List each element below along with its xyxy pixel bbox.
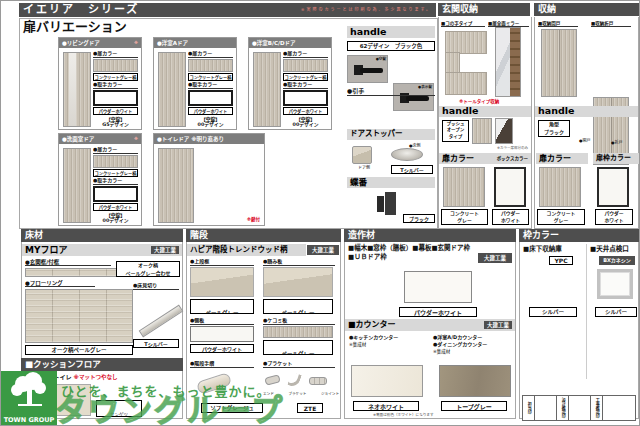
lever-arm <box>406 96 429 101</box>
push-open-image-1 <box>472 118 492 144</box>
door-color-name: コンクリートグレー柄 <box>283 73 328 81</box>
handle-section-title: handle <box>350 27 386 38</box>
door-card-room-bcd: ●洋室B/C/Dドア ●扉カラー コンクリートグレー柄 ●取手カラー パウダーホ… <box>248 37 332 130</box>
door-image <box>158 52 186 127</box>
flooring-title: 床材 <box>25 230 43 240</box>
millwork-header: 造作材 <box>344 229 516 242</box>
door-color-label: ●扉カラー <box>93 147 138 154</box>
handle-color-name: パウダーホワイト <box>93 107 138 115</box>
stairs-top-frame-swatch <box>190 267 254 297</box>
door-card-header: ●洗面室ドア※ <box>59 134 141 144</box>
door-card-title: ●トイレドア ※明り窓あり <box>157 136 224 142</box>
handle-color-label: ●取手カラー <box>93 82 138 89</box>
millwork-title: 造作材 <box>348 230 375 240</box>
pull-handle-label: ●引手 <box>347 88 435 96</box>
door-image <box>253 52 281 127</box>
stamp-col-blank <box>535 395 557 421</box>
badge-line3: タイプ <box>449 134 463 139</box>
entrance-door-color-title: 扉カラー <box>442 154 474 163</box>
hinge-bar: 蝶番 <box>347 177 435 188</box>
storage-color-name-2: パウダーホワイト <box>595 209 633 225</box>
stairs-top-frame-label: ●上段框 <box>190 259 254 266</box>
entrance-storage-title: 玄関収納 <box>442 4 478 14</box>
door-color-label: ●扉カラー <box>93 51 138 58</box>
myfloor-bar: MYフロア 大建工業 <box>22 244 182 256</box>
handle-color-label: ●取手カラー <box>93 178 138 185</box>
color-line1: パウダー <box>604 211 623 216</box>
color-line2: グレー <box>554 218 568 223</box>
flooring-color-name: オーク柄ペールグレー <box>25 345 133 355</box>
door-card-toilet: ●トイレドア ※明り窓あり ※鍵付 <box>153 133 265 226</box>
stamp-col-label: 工事確認印 <box>591 395 603 421</box>
door-stopper-color: Tシルバー <box>391 165 433 174</box>
door-color-name: コンクリートグレー柄 <box>93 73 138 81</box>
badge-line1: プッシュ <box>447 121 465 126</box>
entrance-door-color-bar: 扉カラー ボックスカラー <box>439 153 531 164</box>
ceiling-access-badge: BXカネシン <box>599 256 635 265</box>
hinge-image <box>377 192 397 216</box>
door-card-note: ※ <box>134 41 138 46</box>
hinge-plate-left <box>377 196 384 212</box>
door-stopper-floor-image <box>391 148 423 161</box>
entrance-type1-label: ■コの字タイプ <box>441 21 485 27</box>
storage-handle-title: handle <box>538 106 574 117</box>
stairs-side-board-swatch <box>190 326 254 342</box>
entrance-color-name-1: コンクリートグレー <box>441 209 488 225</box>
kitchen-counter-note: ※集成材 <box>349 342 366 347</box>
cushion-floor-title: ■クッションフロア <box>25 360 101 370</box>
entrance-mirror-cabinet-image <box>495 27 521 97</box>
cabinet-top <box>445 31 487 54</box>
bracket-code: ZTE <box>297 403 323 413</box>
entrance-red-note: ※トールタイプ収納 <box>459 99 499 104</box>
door-variation-title: 扉バリエーション <box>23 20 127 35</box>
storage-color-swatch-1 <box>539 167 581 207</box>
stairs-top-frame-color: ペールグレーオーク柄ペールグレー合わせ <box>190 299 254 314</box>
push-open-badge: プッシュオープンタイプ <box>442 120 469 142</box>
entrance-color-swatch-1 <box>443 167 485 207</box>
door-card-title: ●洋室Aドア <box>157 40 188 46</box>
storage-type2-label: ■収納折戸 <box>591 21 631 27</box>
stairs-header: 階段 <box>186 229 341 242</box>
millwork-swatch <box>404 271 472 303</box>
stamp-col-blank <box>603 395 636 421</box>
combo-badge: オーク柄ペールグレー合わせ <box>116 261 180 277</box>
door-card-specs: ●扉カラー コンクリートグレー柄 ●取手カラー パウダーホワイト 【空錠】00デ… <box>93 146 138 224</box>
stairs-side-board-color: パウダーホワイト <box>190 344 254 353</box>
stairs-title: 階段 <box>190 230 208 240</box>
ceiling-access-label: ■天井点検口 <box>590 246 629 253</box>
floor-trim-label: ●床見切り <box>133 283 179 290</box>
tree-icon <box>1 371 57 409</box>
door-image <box>63 148 91 223</box>
color-main: ペールグレー <box>281 310 314 314</box>
door-card-title: ●洋室B/C/Dドア <box>252 40 296 46</box>
dining-counter-label2: ●ダイニングカウンター <box>433 342 487 348</box>
door-stopper-body-image <box>352 146 372 164</box>
handle-section-bar: handle <box>347 26 435 38</box>
maker-badge: 大建工業 <box>151 246 179 254</box>
door-card-title: ●洗面室ドア <box>62 136 94 142</box>
color-line1: コンクリート <box>450 211 479 216</box>
badge-line2: オープン <box>447 127 465 132</box>
lever-design-badge: 62デザイン ブラック色 <box>347 41 435 51</box>
ceiling-access-color: シルバー <box>595 307 637 317</box>
door-color-label: ●扉カラー <box>188 51 233 58</box>
color-line2: グレー <box>457 218 471 223</box>
door-card-room-a: ●洋室Aドア ●扉カラー コンクリートグレー柄 ●取手カラー パウダーホワイト … <box>153 37 237 130</box>
bar-handle-label: ●開戸 <box>579 139 591 144</box>
entrance-color-name-2: パウダーホワイト <box>492 209 529 225</box>
storage-type1-label: ■収納開戸 <box>538 21 578 27</box>
shoe-shelf <box>510 28 520 96</box>
lock-design: 【空錠】G5デザイン <box>93 117 138 129</box>
door-hardware-panel: handle 62デザイン ブラック色 ●空錠 ●表示錠 ●引手 ドアストッパー… <box>347 26 435 228</box>
door-card-header: ●トイレドア ※明り窓あり <box>154 134 264 144</box>
entrance-storage-header: 玄関収納 <box>438 3 530 16</box>
combo-line1: オーク柄 <box>138 262 158 268</box>
dining-counter-note: ※集成材 <box>433 349 450 354</box>
entrance-handle-bar: handle <box>439 106 531 117</box>
handle-color-swatch <box>283 90 328 106</box>
hapia-bar: ハピア階段トレンドウッド柄 <box>187 244 306 256</box>
lever-passage-label: ●空錠 <box>376 57 386 61</box>
lock-type: 【空錠】 <box>106 213 125 218</box>
door-card-specs: ●扉カラー コンクリートグレー柄 ●取手カラー パウダーホワイト 【空錠】00デ… <box>283 50 328 128</box>
lock-design: 【空錠】00デザイン <box>283 117 328 129</box>
